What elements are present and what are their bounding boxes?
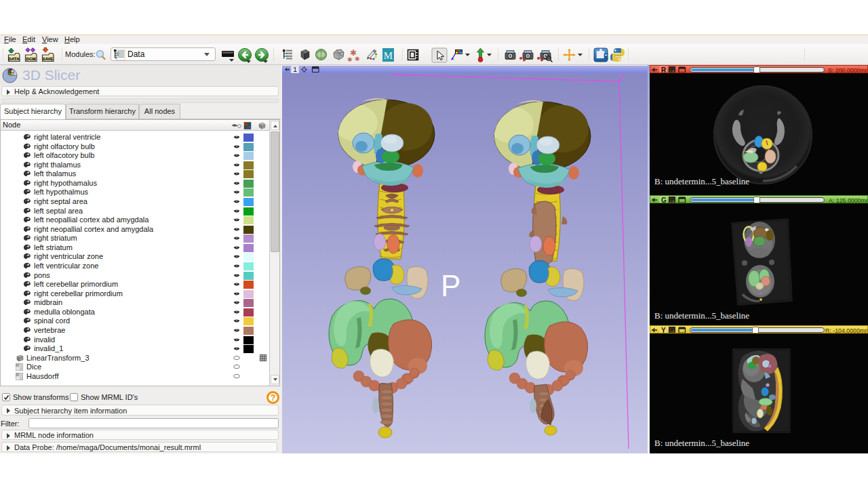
svg-text:SAVE: SAVE (43, 57, 53, 61)
svg-text:R: R (661, 66, 667, 74)
svg-text:G: G (661, 197, 667, 204)
svg-text:E: E (604, 52, 608, 60)
svg-text:✱: ✱ (355, 56, 360, 62)
svg-text:DCM: DCM (26, 56, 35, 61)
svg-text:1: 1 (293, 66, 297, 73)
svg-text:P: P (441, 269, 460, 302)
svg-text:DATA: DATA (8, 56, 20, 61)
svg-text:Y: Y (661, 327, 666, 334)
svg-text:M: M (384, 50, 393, 61)
svg-text:✱: ✱ (347, 56, 353, 63)
